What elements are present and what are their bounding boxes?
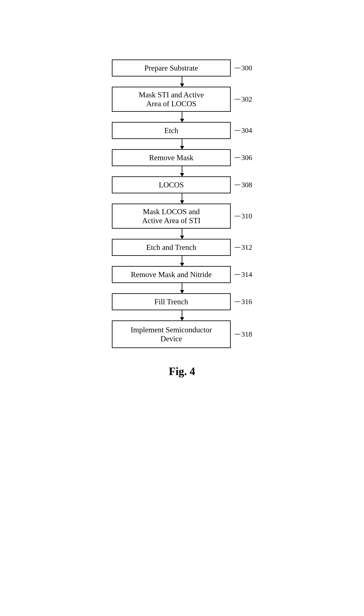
arrow-6 [182,229,182,239]
step-318-row: Implement Semiconductor Device 318 [112,320,252,348]
arrow-2 [182,112,182,122]
step-314-row: Remove Mask and Nitride 314 [112,266,252,283]
arrow-line-5 [182,193,182,204]
step-306-row: Remove Mask 306 [112,149,252,166]
step-312-box: Etch and Trench [112,239,231,256]
page: Prepare Substrate 300 Mask STI and Activ… [0,0,364,616]
step-312-label: Etch and Trench [146,243,196,252]
arrow-7 [182,256,182,266]
step-302-row: Mask STI and Active Area of LOCOS 302 [112,87,252,112]
arrow-8 [182,283,182,293]
step-318-label: Implement Semiconductor Device [131,325,212,343]
arrow-line-6 [182,229,182,239]
step-302-box: Mask STI and Active Area of LOCOS [112,87,231,112]
step-304-row: Etch 304 [112,122,252,139]
step-314-label: Remove Mask and Nitride [131,270,212,279]
step-300-ref: 300 [234,64,252,72]
step-316-row: Fill Trench 316 [112,293,252,310]
step-310-row: Mask LOCOS and Active Area of STI 310 [112,204,252,229]
arrow-9 [182,310,182,320]
arrow-line-8 [182,283,182,293]
arrow-4 [182,166,182,176]
step-316-label: Fill Trench [154,297,188,306]
arrow-line-9 [182,310,182,320]
arrow-line-4 [182,166,182,176]
step-308-box: LOCOS [112,176,231,193]
arrow-3 [182,139,182,149]
step-302-ref: 302 [234,95,252,103]
step-312-row: Etch and Trench 312 [112,239,252,256]
step-306-box: Remove Mask [112,149,231,166]
step-318-ref: 318 [234,330,252,338]
arrow-line-7 [182,256,182,266]
step-302-label: Mask STI and Active Area of LOCOS [139,90,204,108]
step-306-label: Remove Mask [149,153,194,162]
step-310-box: Mask LOCOS and Active Area of STI [112,204,231,229]
step-304-ref: 304 [234,126,252,135]
step-318-box: Implement Semiconductor Device [112,320,231,348]
figure-caption: Fig. 4 [169,365,195,378]
step-312-ref: 312 [234,243,252,251]
step-308-ref: 308 [234,181,252,189]
arrow-line-1 [182,77,182,87]
step-316-ref: 316 [234,298,252,306]
step-314-ref: 314 [234,271,252,279]
step-310-ref: 310 [234,212,252,220]
step-300-box: Prepare Substrate [112,59,231,77]
step-316-box: Fill Trench [112,293,231,310]
step-308-row: LOCOS 308 [112,176,252,193]
step-310-label: Mask LOCOS and Active Area of STI [142,207,201,225]
step-306-ref: 306 [234,154,252,162]
step-300-label: Prepare Substrate [144,64,198,72]
step-300-row: Prepare Substrate 300 [112,59,252,77]
arrow-line-2 [182,112,182,122]
arrow-line-3 [182,139,182,149]
step-304-label: Etch [164,126,178,135]
flowchart: Prepare Substrate 300 Mask STI and Activ… [112,59,252,348]
step-304-box: Etch [112,122,231,139]
step-314-box: Remove Mask and Nitride [112,266,231,283]
arrow-1 [182,77,182,87]
step-308-label: LOCOS [159,180,184,189]
arrow-5 [182,193,182,204]
